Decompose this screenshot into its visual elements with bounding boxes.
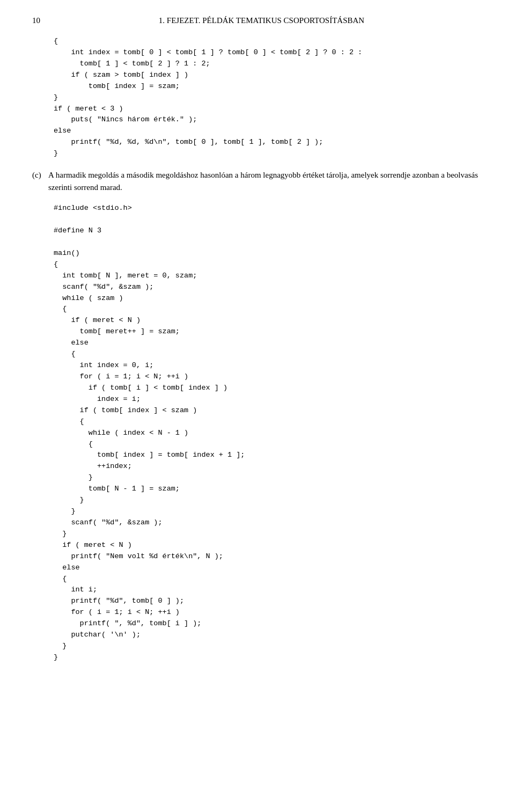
section-label-c: (c) [32, 169, 48, 193]
prose-text-c: A harmadik megoldás a második megoldásho… [48, 169, 483, 193]
prose-paragraph-c: (c) A harmadik megoldás a második megold… [32, 169, 483, 193]
page-number: 10 [32, 16, 40, 25]
code-block-1: { int index = tomb[ 0 ] < tomb[ 1 ] ? to… [54, 36, 483, 159]
page-title: 1. FEJEZET. PÉLDÁK TEMATIKUS CSOPORTOSÍT… [40, 16, 483, 25]
page-header: 10 1. FEJEZET. PÉLDÁK TEMATIKUS CSOPORTO… [32, 16, 483, 25]
code-block-2: #include <stdio.h> #define N 3 main() { … [54, 203, 483, 663]
